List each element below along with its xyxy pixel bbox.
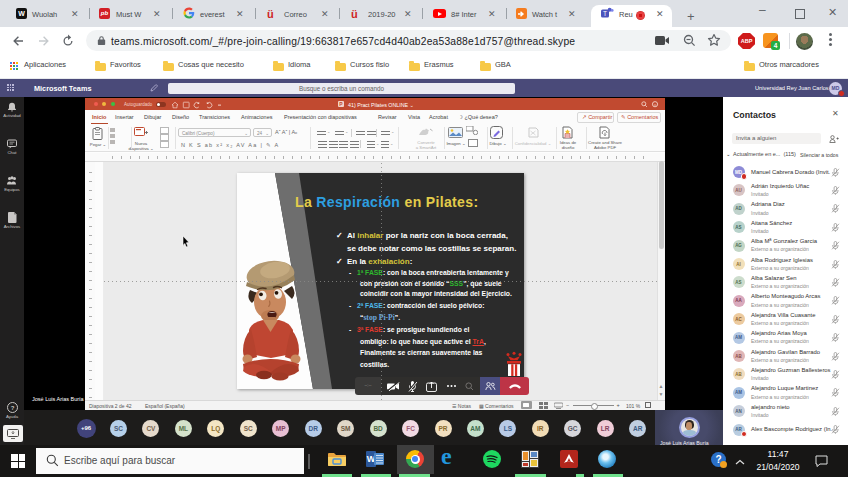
- svg-text:T: T: [603, 10, 607, 17]
